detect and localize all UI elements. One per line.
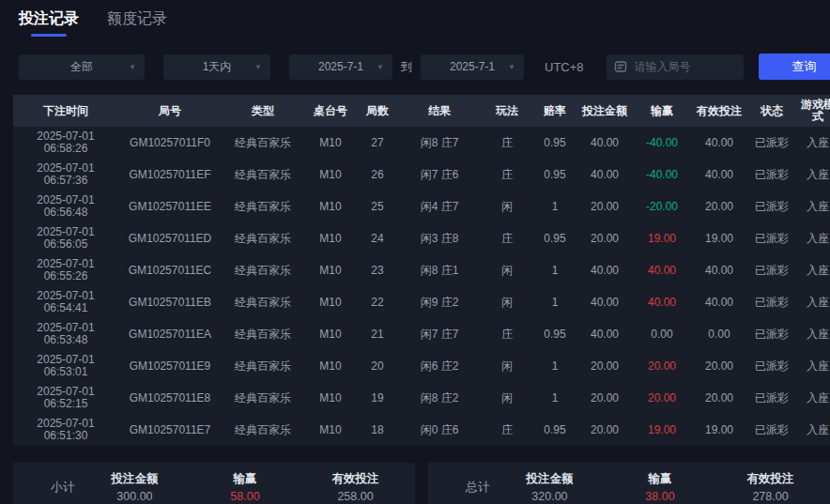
cell-play: 庄 — [481, 231, 533, 247]
cell-valid-bet: 19.00 — [691, 423, 747, 436]
to-label: 到 — [401, 59, 412, 75]
cell-play: 庄 — [481, 167, 533, 183]
active-tab-underline — [31, 34, 67, 37]
cell-type: 经典百家乐 — [222, 327, 304, 343]
cell-bet-time: 2025-07-01 06:51:30 — [13, 418, 118, 442]
cell-bet-amount: 40.00 — [576, 264, 633, 277]
cell-game-mode: 入座 — [796, 390, 830, 406]
summary-bar: 小计 投注金额 300.00 输赢 58.00 有效投注 258.00 总计 投… — [13, 463, 830, 504]
cell-result: 闲7 庄7 — [398, 327, 481, 343]
cell-table-no: M10 — [304, 136, 357, 149]
cell-rounds: 19 — [357, 391, 398, 405]
cell-play: 闲 — [481, 295, 533, 311]
header-table-no: 桌台号 — [304, 103, 357, 119]
cell-rounds: 25 — [357, 200, 398, 213]
table-body: 2025-07-01 06:58:26 GM10257011F0 经典百家乐 M… — [13, 127, 830, 446]
date-to-value: 2025-7-1 — [450, 60, 495, 73]
chevron-down-icon: ▼ — [129, 63, 136, 71]
tab-betting-records[interactable]: 投注记录 — [19, 9, 79, 37]
search-box[interactable] — [607, 54, 744, 80]
cell-valid-bet: 19.00 — [691, 232, 747, 245]
cell-game-mode: 入座 — [796, 231, 830, 247]
cell-round-id: GM10257011F0 — [118, 136, 222, 149]
header-odds: 赔率 — [533, 103, 576, 119]
header-valid-bet: 有效投注 — [691, 103, 747, 119]
cell-valid-bet: 40.00 — [691, 296, 747, 309]
cell-status: 已派彩 — [747, 295, 796, 311]
header-bet-time: 下注时间 — [13, 103, 118, 119]
cell-result: 闲8 庄1 — [398, 263, 481, 279]
cell-game-mode: 入座 — [796, 263, 830, 279]
date-to-select[interactable]: 2025-7-1 ▼ — [421, 54, 524, 80]
cell-type: 经典百家乐 — [222, 422, 304, 438]
tab-quota-records[interactable]: 额度记录 — [107, 9, 167, 37]
filter-bar: 全部 ▼ 1天内 ▼ 2025-7-1 ▼ 到 2025-7-1 ▼ UTC+8… — [19, 53, 830, 80]
cell-table-no: M10 — [304, 200, 357, 213]
cell-odds: 0.95 — [533, 232, 576, 245]
table-row: 2025-07-01 06:54:41 GM10257011EB 经典百家乐 M… — [13, 286, 830, 318]
date-from-select[interactable]: 2025-7-1 ▼ — [289, 54, 392, 80]
cell-win-loss: 19.00 — [633, 423, 691, 436]
cell-play: 庄 — [481, 327, 533, 343]
cell-bet-time: 2025-07-01 06:56:05 — [13, 226, 118, 251]
cell-result: 闲6 庄2 — [398, 359, 481, 374]
cell-result: 闲4 庄7 — [398, 199, 481, 215]
cell-odds: 1 — [533, 264, 576, 277]
cell-valid-bet: 0.00 — [691, 328, 747, 341]
cell-status: 已派彩 — [747, 135, 796, 151]
cell-type: 经典百家乐 — [222, 390, 304, 406]
cell-win-loss: -40.00 — [633, 168, 691, 181]
timezone-label: UTC+8 — [545, 60, 584, 74]
cell-table-no: M10 — [304, 296, 357, 309]
cell-play: 庄 — [481, 135, 533, 151]
cell-result: 闲0 庄6 — [398, 422, 481, 438]
cell-rounds: 27 — [357, 136, 398, 149]
cell-game-mode: 入座 — [796, 135, 830, 151]
cell-bet-amount: 20.00 — [576, 423, 633, 436]
cell-win-loss: 40.00 — [633, 264, 691, 277]
table-row: 2025-07-01 06:56:05 GM10257011ED 经典百家乐 M… — [13, 222, 830, 254]
cell-play: 闲 — [481, 263, 533, 279]
table-row: 2025-07-01 06:55:26 GM10257011EC 经典百家乐 M… — [13, 254, 830, 286]
cell-valid-bet: 20.00 — [691, 391, 747, 405]
cell-type: 经典百家乐 — [222, 359, 304, 374]
cell-rounds: 24 — [357, 232, 398, 245]
cell-valid-bet: 20.00 — [691, 200, 747, 213]
cell-status: 已派彩 — [747, 359, 796, 374]
cell-play: 闲 — [481, 199, 533, 215]
cell-bet-amount: 40.00 — [576, 296, 633, 309]
cell-bet-amount: 20.00 — [576, 391, 633, 405]
cell-win-loss: 19.00 — [633, 232, 691, 245]
date-range-select[interactable]: 1天内 ▼ — [163, 54, 270, 80]
cell-type: 经典百家乐 — [222, 199, 304, 215]
cell-odds: 0.95 — [533, 136, 576, 149]
subtotal-valid-bet: 有效投注 258.00 — [332, 471, 379, 503]
header-bet-amount: 投注金额 — [576, 103, 633, 119]
cell-bet-time: 2025-07-01 06:58:26 — [13, 130, 118, 155]
table-row: 2025-07-01 06:58:26 GM10257011F0 经典百家乐 M… — [13, 127, 830, 159]
header-round-id: 局号 — [118, 103, 222, 119]
cell-valid-bet: 40.00 — [691, 168, 747, 181]
query-button[interactable]: 查询 — [759, 53, 830, 80]
cell-table-no: M10 — [304, 328, 357, 341]
chevron-down-icon: ▼ — [508, 63, 515, 71]
cell-win-loss: 0.00 — [633, 328, 691, 341]
cell-game-mode: 入座 — [796, 422, 830, 438]
header-type: 类型 — [222, 103, 304, 119]
cell-bet-amount: 20.00 — [576, 200, 633, 213]
cell-type: 经典百家乐 — [222, 135, 304, 151]
cell-status: 已派彩 — [747, 327, 796, 343]
cell-table-no: M10 — [304, 423, 357, 436]
cell-status: 已派彩 — [747, 422, 796, 438]
cell-status: 已派彩 — [747, 167, 796, 183]
cell-type: 经典百家乐 — [222, 167, 304, 183]
cell-win-loss: -20.00 — [633, 200, 691, 213]
cell-bet-time: 2025-07-01 06:55:26 — [13, 258, 118, 283]
cell-win-loss: -40.00 — [633, 136, 691, 149]
cell-game-mode: 入座 — [796, 359, 830, 374]
cell-odds: 0.95 — [533, 168, 576, 181]
date-from-value: 2025-7-1 — [318, 60, 363, 73]
cell-bet-time: 2025-07-01 06:53:48 — [13, 322, 118, 346]
type-select[interactable]: 全部 ▼ — [19, 54, 145, 80]
search-input[interactable] — [633, 59, 736, 74]
